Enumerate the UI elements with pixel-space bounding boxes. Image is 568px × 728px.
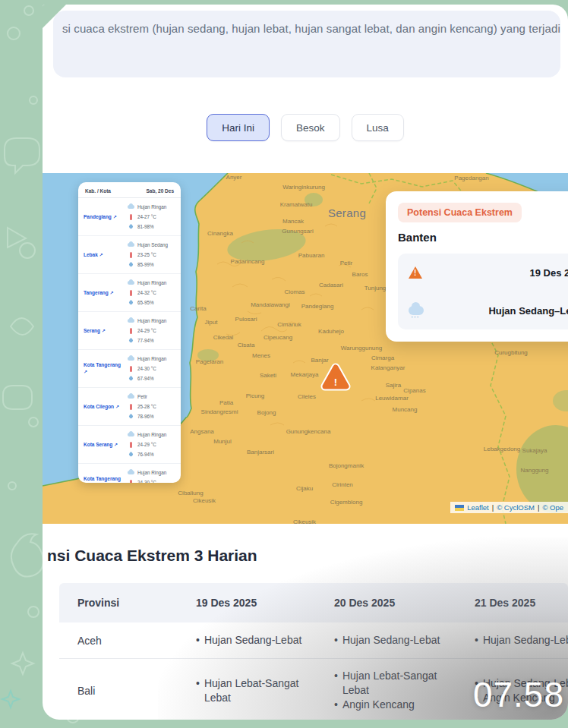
- condition-text: Hujan Ringan: [137, 204, 166, 210]
- map-attribution: Leaflet | © CyclOSM | © Ope: [450, 502, 568, 513]
- cloud-icon: [128, 471, 134, 474]
- external-link-icon: ↗: [84, 370, 87, 374]
- panel-col-date: Sab, 20 Des: [147, 188, 175, 194]
- leaflet-link[interactable]: Leaflet: [467, 503, 489, 512]
- region-details: Petir25-28 °C78-96%: [128, 392, 175, 421]
- map-label: Pandeglang: [301, 303, 334, 310]
- map-label: Serang: [328, 206, 366, 219]
- map-label: Tunjung: [364, 285, 387, 292]
- external-link-icon: ↗: [102, 329, 106, 333]
- day-cell: •Hujan Sedang-Lebat: [194, 633, 333, 648]
- external-link-icon: ↗: [99, 253, 103, 257]
- bullet-icon: •: [196, 676, 200, 705]
- map-label: Patia: [219, 399, 233, 406]
- forecast-text: Hujan Lebat-Sangat Lebat: [204, 676, 313, 705]
- tab-besok[interactable]: Besok: [281, 114, 340, 141]
- bullet-icon: •: [475, 633, 478, 648]
- map-label: Cirinten: [332, 481, 353, 488]
- region-details: Hujan Ringan24-30 °C67-94%: [128, 354, 175, 383]
- region-link[interactable]: Kota Cilegon ↗: [84, 403, 125, 411]
- humidity-icon: [128, 300, 134, 305]
- region-link[interactable]: Kota Serang ↗: [84, 441, 125, 449]
- map-label: Sajira: [386, 382, 401, 389]
- region-details: Hujan Ringan24-27 °C81-98%: [128, 202, 175, 232]
- thermometer-icon: [130, 214, 132, 220]
- temperature-text: 24-30 °C: [137, 480, 156, 483]
- region-link[interactable]: Serang ↗: [84, 327, 125, 335]
- province-cell: Bali: [59, 685, 194, 697]
- detail-line: Petir: [128, 392, 175, 402]
- region-link[interactable]: Kota Tangerang Selatan ↗: [84, 475, 125, 483]
- weather-map[interactable]: ! AnyerWaringinkurungKramatwatuSerangMan…: [43, 173, 568, 524]
- day-cell: •Hujan Sedang-Lebat: [473, 633, 568, 648]
- bullet-icon: •: [334, 698, 338, 712]
- forecast-text: Hujan Sedang-Lebat: [342, 633, 440, 648]
- map-warning-marker: !: [325, 367, 346, 388]
- map-label: Mancak: [282, 218, 304, 225]
- map-label: Baros: [352, 271, 368, 278]
- ukraine-flag-icon: [455, 505, 464, 511]
- region-link[interactable]: Tangerang ↗: [84, 289, 125, 297]
- map-label: Cimarga: [371, 355, 394, 361]
- tab-lusa[interactable]: Lusa: [352, 114, 404, 141]
- table-row: Aceh•Hujan Sedang-Lebat•Hujan Sedang-Leb…: [59, 622, 568, 659]
- map-label: Waringinkurung: [282, 184, 325, 191]
- humidity-text: 76-94%: [137, 452, 154, 457]
- humidity-text: 77-94%: [137, 338, 154, 343]
- humidity-text: 78-96%: [137, 414, 154, 419]
- popup-province: Banten: [398, 231, 568, 244]
- warning-icon: [409, 266, 422, 279]
- map-label: Angsana: [190, 428, 214, 435]
- region-link[interactable]: Kota Tangerang ↗: [84, 361, 125, 376]
- map-label: Banjar: [311, 357, 328, 364]
- region-link[interactable]: Pandeglang ↗: [84, 213, 125, 221]
- map-label: Pulosari: [235, 316, 257, 323]
- condition-text: Hujan Ringan: [137, 318, 166, 323]
- region-details: Hujan Ringan24-30 °C65-97%: [128, 468, 175, 483]
- humidity-icon: [128, 338, 134, 343]
- map-label: Warunggunung: [341, 345, 382, 351]
- humidity-icon: [128, 376, 134, 381]
- bullet-icon: •: [334, 633, 338, 648]
- region-details: Hujan Sedang23-25 °C85-99%: [128, 240, 175, 269]
- map-label: Carita: [190, 305, 206, 312]
- thermometer-icon: [130, 480, 132, 484]
- section-title: nsi Cuaca Ekstrem 3 Harian: [47, 547, 257, 565]
- map-label: Bojongmanik: [329, 462, 364, 469]
- map-label: Kramatwatu: [280, 201, 313, 208]
- region-link[interactable]: Lebak ↗: [84, 251, 125, 259]
- temperature-text: 25-28 °C: [137, 404, 156, 409]
- map-label: Cikeusik: [293, 518, 316, 525]
- detail-line: Hujan Sedang: [128, 240, 175, 250]
- map-label: Cimanuk: [277, 321, 301, 328]
- bullet-icon: •: [334, 669, 338, 698]
- condition-text: Hujan Ringan: [137, 470, 166, 475]
- col-day1: 19 Des 2025: [194, 597, 333, 609]
- detail-line: 24-30 °C: [128, 364, 175, 373]
- map-label: Cipanas: [403, 387, 425, 394]
- detail-line: 24-27 °C: [128, 212, 175, 222]
- thermometer-icon: [130, 328, 132, 334]
- detail-line: 65-95%: [128, 298, 175, 307]
- detail-line: Hujan Ringan: [128, 202, 175, 212]
- detail-line: Hujan Ringan: [128, 354, 175, 364]
- map-label: Cinangka: [207, 230, 233, 237]
- map-label: Cileles: [298, 393, 316, 400]
- tab-hari-ini[interactable]: Hari Ini: [207, 114, 270, 141]
- humidity-icon: [128, 452, 134, 457]
- humidity-text: 67-94%: [137, 376, 154, 381]
- map-label: Pabuaran: [298, 252, 325, 259]
- external-link-icon: ↗: [110, 291, 114, 295]
- map-label: Cisata: [238, 342, 255, 348]
- humidity-icon: [128, 414, 134, 419]
- osm-link[interactable]: © Ope: [542, 503, 563, 512]
- external-link-icon: ↗: [113, 215, 117, 219]
- day-cell: •Hujan Sedang-Lebat: [333, 633, 473, 648]
- cyclosm-link[interactable]: © CyclOSM: [497, 503, 535, 512]
- forecast-item: •Hujan Lebat-Sangat Lebat: [334, 669, 453, 698]
- popup-detail-box: 19 Des 2025 Hujan Sedang–Lebat: [398, 254, 568, 329]
- map-label: Padarincang: [231, 258, 265, 265]
- map-label: Munjul: [213, 438, 232, 445]
- svg-text:!: !: [334, 377, 337, 388]
- detail-line: 81-98%: [128, 222, 175, 232]
